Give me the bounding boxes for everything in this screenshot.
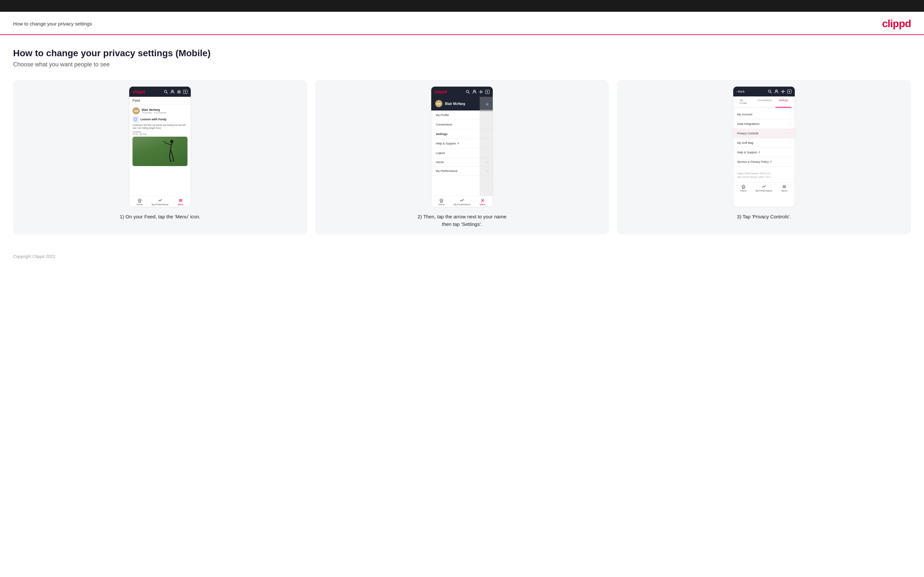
svg-point-13	[480, 91, 481, 92]
close-icon	[480, 198, 485, 203]
search-icon-3	[767, 89, 772, 94]
phone-3-nav-icons: ▾	[767, 89, 792, 94]
step-1-desc: 1) On your Feed, tap the 'Menu' icon.	[120, 213, 200, 221]
svg-point-17	[768, 90, 771, 92]
phone-2-nav-icons: ▾	[465, 90, 489, 94]
menu-performance-label: My Performance	[436, 169, 457, 172]
menu-label-3: Menu	[782, 190, 788, 192]
menu-dropdown: ▾	[183, 90, 187, 94]
step-2-card: clippd ▾ BM Blair McHarg	[315, 80, 609, 234]
author-name: Blair McHarg	[142, 108, 166, 111]
lesson-svg	[134, 118, 137, 121]
settings-privacy-controls[interactable]: Privacy Controls ›	[733, 129, 795, 138]
svg-rect-6	[139, 201, 141, 202]
user-icon-3	[774, 89, 779, 94]
tab-connections[interactable]: Connections	[754, 97, 775, 108]
menu-home-label: Home	[436, 161, 444, 164]
settings-list: My Account › Data Integrations › Privacy…	[733, 108, 795, 169]
lesson-icon	[132, 116, 138, 122]
settings-icon-3	[781, 89, 785, 94]
back-label: Back	[738, 90, 745, 93]
bottom-menu[interactable]: Menu	[170, 198, 191, 206]
data-integrations-chevron: ›	[790, 122, 791, 126]
my-account-chevron: ›	[790, 113, 791, 116]
home-label: Home	[136, 203, 143, 206]
lesson-row: Lesson with Fordy	[132, 116, 187, 122]
performance-icon-2	[460, 198, 464, 203]
home-label-3: Home	[740, 190, 747, 192]
search-icon	[163, 90, 168, 94]
settings-tabs: My Profile Connections Settings	[733, 97, 795, 108]
service-privacy-label: Service & Privacy Policy ↗	[737, 160, 772, 163]
performance-label-3: My Performance	[756, 190, 772, 192]
menu-icon-3	[782, 184, 787, 189]
my-golf-bag-label: My Golf Bag	[737, 141, 754, 145]
author-info: Blair McHarg Yesterday · Sunningdale	[142, 108, 166, 114]
phone-1-bottom-bar: Home My Performance Menu	[129, 196, 191, 207]
svg-point-5	[170, 140, 173, 143]
steps-grid: clippd ▾ Feed BM Blai	[13, 80, 911, 234]
performance-label-2: My Performance	[454, 203, 470, 206]
post-image	[132, 137, 187, 166]
settings-icon	[177, 90, 181, 94]
bottom-home-2: Home	[431, 198, 452, 206]
post-duration: Duration01 hr : 30 min	[132, 131, 187, 135]
back-button[interactable]: ‹ Back	[737, 90, 745, 93]
settings-my-golf-bag[interactable]: My Golf Bag ›	[733, 138, 795, 148]
svg-point-19	[775, 90, 777, 92]
phone-2-bottom-bar: Home My Performance Menu	[431, 196, 493, 207]
search-icon-2	[465, 90, 470, 94]
bottom-home: Home	[129, 198, 150, 206]
step-1-phone: clippd ▾ Feed BM Blai	[129, 86, 191, 207]
home-icon-3	[741, 184, 746, 189]
performance-icon	[158, 198, 162, 203]
header: How to change your privacy settings clip…	[0, 12, 924, 35]
phone-1-logo: clippd	[132, 89, 145, 94]
svg-point-2	[172, 90, 173, 92]
settings-my-account[interactable]: My Account ›	[733, 110, 795, 119]
bottom-home-3: Home	[733, 184, 754, 192]
step-3-card: ‹ Back ▾ My Profile Connections Set	[617, 80, 911, 234]
bottom-performance-2: My Performance	[452, 198, 472, 206]
lesson-title: Lesson with Fordy	[141, 118, 166, 121]
menu-label-2: Menu	[480, 203, 486, 206]
svg-point-0	[165, 90, 167, 92]
svg-point-12	[473, 90, 475, 92]
bottom-menu-close[interactable]: Menu	[472, 198, 493, 206]
feed-post: BM Blair McHarg Yesterday · Sunningdale …	[129, 105, 191, 169]
my-account-label: My Account	[737, 113, 753, 116]
bottom-menu-3[interactable]: Menu	[774, 184, 795, 192]
tab-settings[interactable]: Settings	[775, 97, 792, 108]
performance-label: My Performance	[152, 203, 168, 206]
settings-data-integrations[interactable]: Data Integrations ›	[733, 119, 795, 129]
golfer-svg	[161, 138, 181, 166]
menu-overlay: BM Blair McHarg ▲ My Profile Connections…	[431, 97, 493, 196]
header-title: How to change your privacy settings	[13, 21, 92, 26]
phone-2-nav: clippd ▾	[431, 87, 493, 97]
phone-1-nav-icons: ▾	[163, 90, 187, 94]
settings-nav: ‹ Back ▾	[733, 87, 795, 97]
content: How to change your privacy settings (Mob…	[0, 35, 924, 234]
home-icon	[137, 198, 142, 203]
phone-2-logo: clippd	[435, 89, 447, 94]
svg-rect-14	[440, 201, 443, 202]
user-icon-2	[472, 90, 477, 94]
settings-version: Clippd Client Version: 2022.8.3-3 GQL Se…	[733, 169, 795, 182]
settings-help-support[interactable]: Help & Support ↗	[733, 148, 795, 157]
phone-1-nav: clippd ▾	[129, 87, 191, 97]
help-support-label: Help & Support ↗	[737, 151, 761, 154]
copyright: Copyright Clippd 2022	[13, 254, 55, 259]
bottom-performance-3: My Performance	[754, 184, 774, 192]
step-2-desc: 2) Then, tap the arrow next to your name…	[413, 213, 511, 228]
my-golf-bag-chevron: ›	[790, 141, 791, 145]
phone-3-bottom-bar: Home My Performance Menu	[733, 182, 795, 193]
step-1-card: clippd ▾ Feed BM Blai	[13, 80, 307, 234]
settings-service-privacy[interactable]: Service & Privacy Policy ↗	[733, 157, 795, 167]
tab-my-profile[interactable]: My Profile	[737, 97, 754, 108]
home-label-2: Home	[438, 203, 445, 206]
privacy-controls-label: Privacy Controls	[737, 132, 759, 135]
step-3-desc: 3) Tap 'Privacy Controls'.	[737, 213, 791, 221]
avatar: BM	[132, 107, 140, 114]
svg-line-1	[166, 92, 168, 93]
bottom-performance: My Performance	[150, 198, 170, 206]
